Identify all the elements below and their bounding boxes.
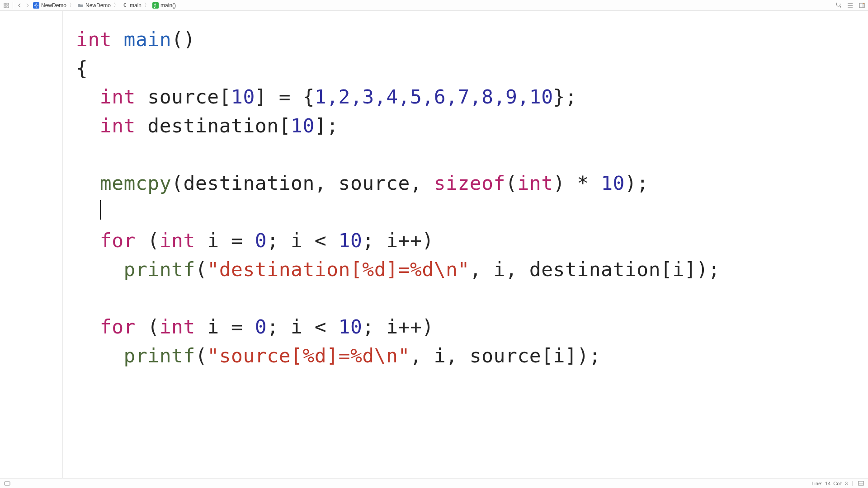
panel-icon[interactable] bbox=[857, 480, 864, 487]
chevron-right-icon: 〉 bbox=[68, 1, 75, 9]
breadcrumb-label: main bbox=[130, 2, 142, 9]
status-line-value[interactable]: 14 bbox=[825, 481, 830, 486]
lines-icon[interactable] bbox=[846, 2, 854, 9]
status-col-value[interactable]: 3 bbox=[845, 481, 848, 486]
breadcrumb-label: NewDemo bbox=[85, 2, 111, 9]
separator bbox=[13, 2, 13, 9]
status-bar: Line: 14 Col: 3 bbox=[0, 478, 868, 488]
svg-rect-12 bbox=[5, 482, 10, 485]
svg-text:ƒ: ƒ bbox=[154, 3, 156, 8]
folder-icon bbox=[77, 2, 84, 9]
status-right: Line: 14 Col: 3 bbox=[811, 480, 864, 487]
nav-forward-icon[interactable] bbox=[24, 2, 31, 9]
svg-rect-9 bbox=[859, 3, 864, 8]
related-items-icon[interactable] bbox=[3, 2, 10, 9]
breadcrumb-label: NewDemo bbox=[41, 2, 66, 9]
text-cursor bbox=[100, 200, 101, 220]
target-icon bbox=[33, 2, 39, 9]
chevron-right-icon: 〉 bbox=[143, 1, 151, 9]
breadcrumb-bar: NewDemo 〉 NewDemo 〉 C main 〉 ƒ main() bbox=[0, 0, 868, 11]
breadcrumb-item-target[interactable]: NewDemo bbox=[32, 2, 67, 9]
split-editor-icon[interactable] bbox=[858, 2, 865, 9]
breadcrumb-right bbox=[835, 2, 865, 9]
breadcrumb-item-folder[interactable]: NewDemo bbox=[76, 2, 112, 9]
separator bbox=[852, 481, 853, 486]
svg-rect-13 bbox=[859, 481, 863, 485]
svg-rect-2 bbox=[4, 6, 6, 8]
debug-console-icon[interactable] bbox=[4, 480, 11, 487]
refresh-icon[interactable] bbox=[835, 2, 842, 9]
status-col-label: Col: bbox=[833, 481, 842, 486]
code-content: int main() { int source[10] = {1,2,3,4,5… bbox=[76, 25, 859, 371]
svg-point-4 bbox=[35, 5, 37, 6]
svg-rect-3 bbox=[7, 6, 9, 8]
status-line-label: Line: bbox=[811, 481, 822, 486]
function-icon: ƒ bbox=[152, 2, 159, 9]
svg-rect-1 bbox=[7, 3, 9, 5]
svg-rect-0 bbox=[4, 3, 6, 5]
chevron-right-icon: 〉 bbox=[113, 1, 120, 9]
nav-back-icon[interactable] bbox=[16, 2, 23, 9]
breadcrumb-label: main() bbox=[160, 2, 176, 9]
c-file-icon: C bbox=[122, 2, 128, 9]
breadcrumb-item-symbol[interactable]: ƒ main() bbox=[151, 2, 177, 9]
code-editor[interactable]: int main() { int source[10] = {1,2,3,4,5… bbox=[0, 11, 868, 478]
breadcrumb-left: NewDemo 〉 NewDemo 〉 C main 〉 ƒ main() bbox=[3, 1, 177, 9]
gutter-divider bbox=[62, 11, 63, 478]
breadcrumb-item-file[interactable]: C main bbox=[121, 2, 142, 9]
